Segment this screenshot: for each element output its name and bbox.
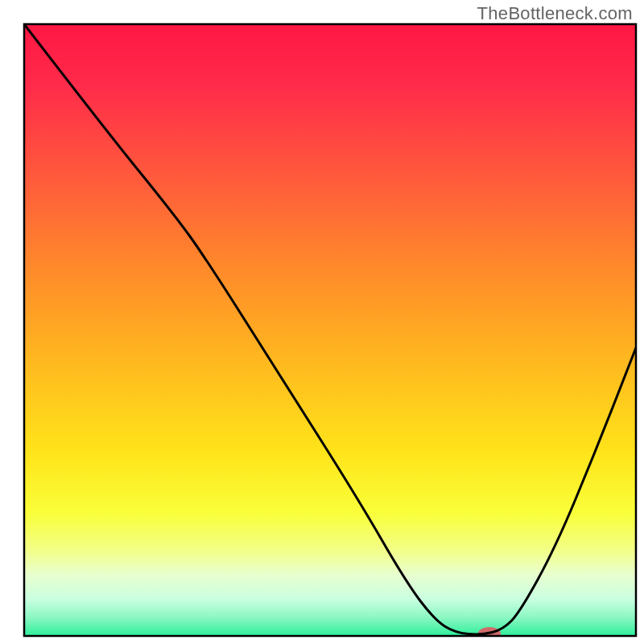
bottleneck-chart — [0, 0, 644, 644]
gradient-background — [24, 24, 636, 636]
watermark-text: TheBottleneck.com — [477, 3, 633, 24]
chart-stage: TheBottleneck.com — [0, 0, 644, 644]
